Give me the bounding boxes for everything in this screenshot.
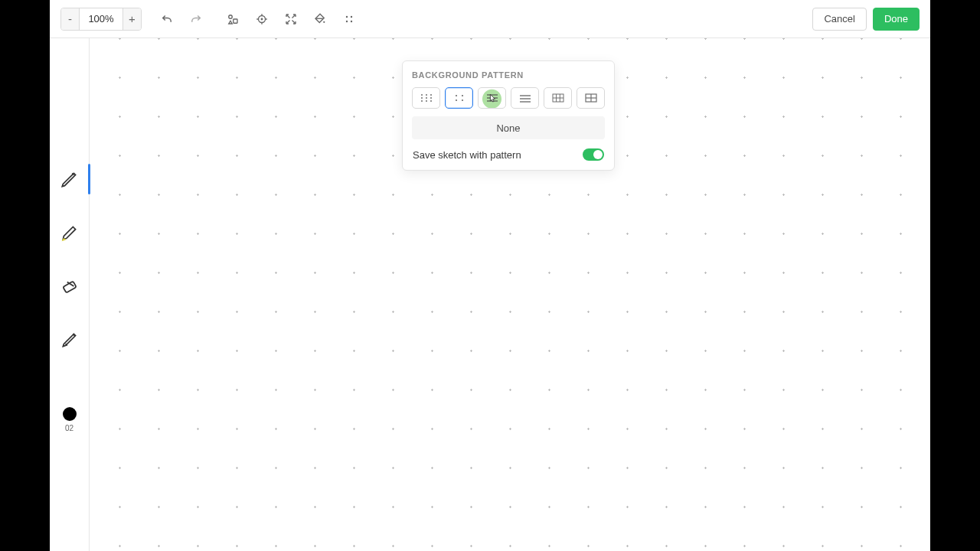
svg-point-6 [351,15,352,17]
save-with-pattern-label: Save sketch with pattern [413,149,521,161]
pattern-grid-small[interactable] [544,87,572,109]
background-pattern-button[interactable] [338,8,361,31]
grid-small-icon [551,93,565,103]
color-index: 02 [65,424,74,432]
letterbox-left [0,0,50,551]
zoom-value: 100% [80,8,122,30]
pen-icon [60,169,80,189]
background-pattern-popover: BACKGROUND PATTERN [402,60,615,171]
zoom-group: - 100% + [60,8,142,31]
svg-point-8 [351,20,352,21]
svg-point-17 [426,100,427,102]
zoom-in-button[interactable]: + [122,8,141,31]
pattern-dots-sparse[interactable] [445,87,473,109]
dots-menu-icon [342,12,356,26]
svg-point-14 [426,97,427,99]
tool-rail: 02 [50,38,90,551]
svg-point-13 [421,97,423,99]
undo-icon [160,12,174,26]
redo-icon [189,12,203,26]
lines-wide-icon [518,93,532,103]
workspace: 02 BACKGROUND PATTERN [50,38,930,551]
popover-title: BACKGROUND PATTERN [412,70,605,80]
target-icon [255,12,269,26]
svg-point-10 [421,94,423,96]
color-dot [63,407,77,421]
svg-point-12 [430,94,432,96]
highlighter-tool[interactable] [59,222,80,243]
shapes-icon [226,12,240,26]
top-toolbar: - 100% + Cancel Done [50,0,930,38]
cursor-pointer-icon [487,93,498,106]
pen-tool[interactable] [59,168,80,190]
color-chip[interactable]: 02 [63,407,77,432]
svg-point-4 [323,21,325,22]
sketch-app: - 100% + Cancel Done [50,0,930,551]
svg-point-0 [229,15,233,18]
undo-button[interactable] [155,8,178,31]
fill-icon [313,12,327,26]
svg-point-20 [461,95,462,96]
pattern-grid-large[interactable] [577,87,605,109]
svg-point-3 [261,18,263,20]
pattern-lines-narrow[interactable] [478,87,506,109]
expand-button[interactable] [279,8,302,31]
shapes-button[interactable] [221,8,244,31]
pattern-none-button[interactable]: None [412,116,605,139]
svg-point-19 [455,95,456,96]
save-with-pattern-toggle[interactable] [583,148,604,161]
cutter-icon [60,330,80,350]
svg-point-22 [461,99,462,101]
svg-point-7 [346,20,348,21]
dots-small-icon [420,93,433,103]
cutter-tool[interactable] [59,329,80,350]
target-button[interactable] [250,8,273,31]
pattern-lines-wide[interactable] [511,87,539,109]
redo-button[interactable] [185,8,207,31]
dots-sparse-icon [452,93,466,103]
highlighter-icon [60,223,80,243]
zoom-out-button[interactable]: - [61,8,80,31]
svg-point-5 [346,15,348,17]
pattern-options [412,87,605,109]
svg-point-21 [455,99,456,101]
cancel-button[interactable]: Cancel [812,8,866,31]
eraser-tool[interactable] [59,276,80,297]
svg-rect-1 [234,19,237,23]
eraser-icon [60,276,80,296]
svg-point-18 [430,100,432,102]
svg-point-15 [430,97,432,99]
pattern-dots-small[interactable] [412,87,440,109]
expand-icon [284,12,298,26]
grid-large-icon [584,93,598,103]
letterbox-right [930,0,980,551]
svg-point-16 [421,100,423,102]
save-with-pattern-row: Save sketch with pattern [412,147,605,162]
done-button[interactable]: Done [873,8,920,31]
svg-point-11 [426,94,427,96]
fill-button[interactable] [309,8,332,31]
